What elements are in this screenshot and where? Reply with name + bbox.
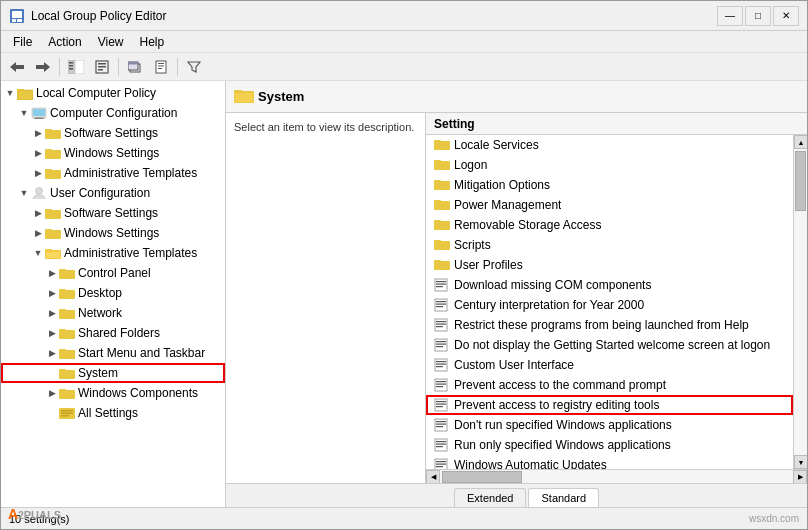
svg-rect-83 — [436, 284, 446, 285]
sw2-label: Software Settings — [64, 206, 158, 220]
toolbar-separator-1 — [59, 58, 60, 76]
svg-rect-94 — [436, 341, 446, 342]
svg-rect-14 — [98, 63, 106, 65]
settings-item-restrict-programs[interactable]: Restrict these programs from being launc… — [426, 315, 793, 335]
sys-label: System — [78, 366, 118, 380]
settings-item-run-only[interactable]: Run only specified Windows applications — [426, 435, 793, 455]
right-header-title: System — [258, 89, 304, 104]
settings-item-user-profiles[interactable]: User Profiles — [426, 255, 793, 275]
as-folder-icon — [59, 406, 75, 420]
settings-item-label: Power Management — [454, 198, 561, 212]
settings-item-dont-run[interactable]: Don't run specified Windows applications — [426, 415, 793, 435]
horizontal-scrollbar[interactable]: ◀ ▶ — [426, 469, 807, 483]
svg-rect-7 — [36, 65, 45, 69]
tree-windows-components[interactable]: ▶ Windows Components — [1, 383, 225, 403]
tree-root[interactable]: ▼ Local Computer Policy — [1, 83, 225, 103]
tree-desktop[interactable]: ▶ Desktop — [1, 283, 225, 303]
tree-admin-templates-2[interactable]: ▼ Administrative Templates — [1, 243, 225, 263]
new-taskpad-button[interactable] — [149, 56, 173, 78]
menu-file[interactable]: File — [5, 33, 40, 51]
settings-item-label: Run only specified Windows applications — [454, 438, 671, 452]
settings-item-mitigation-options[interactable]: Mitigation Options — [426, 175, 793, 195]
h-scrollbar-thumb[interactable] — [442, 471, 522, 483]
policy-icon — [434, 278, 450, 292]
svg-rect-90 — [436, 321, 446, 322]
title-bar: Local Group Policy Editor — □ ✕ — [1, 1, 807, 31]
vertical-scrollbar[interactable]: ▲ ▼ — [793, 135, 807, 469]
tree-windows-settings-1[interactable]: ▶ Windows Settings — [1, 143, 225, 163]
svg-rect-1 — [12, 11, 22, 18]
tree-windows-settings-2[interactable]: ▶ Windows Settings — [1, 223, 225, 243]
settings-item-century-year[interactable]: Century interpretation for Year 2000 — [426, 295, 793, 315]
svg-rect-74 — [434, 200, 441, 203]
settings-item-power-management[interactable]: Power Management — [426, 195, 793, 215]
settings-item-logon[interactable]: Logon — [426, 155, 793, 175]
settings-item-do-not-display[interactable]: Do not display the Getting Started welco… — [426, 335, 793, 355]
svg-rect-33 — [45, 129, 52, 132]
tree-control-panel[interactable]: ▶ Control Panel — [1, 263, 225, 283]
scroll-right-arrow[interactable]: ▶ — [793, 470, 807, 484]
sys-expand — [45, 366, 59, 380]
close-button[interactable]: ✕ — [773, 6, 799, 26]
svg-rect-55 — [59, 349, 66, 352]
menu-action[interactable]: Action — [40, 33, 89, 51]
tree-system[interactable]: System — [1, 363, 225, 383]
maximize-button[interactable]: □ — [745, 6, 771, 26]
menu-view[interactable]: View — [90, 33, 132, 51]
properties-button[interactable] — [90, 56, 114, 78]
svg-rect-87 — [436, 304, 446, 305]
settings-column-header: Setting — [426, 113, 807, 135]
svg-rect-57 — [59, 369, 66, 372]
tree-software-settings-2[interactable]: ▶ Software Settings — [1, 203, 225, 223]
svg-rect-85 — [435, 299, 447, 311]
tree-network[interactable]: ▶ Network — [1, 303, 225, 323]
tree-start-menu[interactable]: ▶ Start Menu and Taskbar — [1, 343, 225, 363]
tree-all-settings[interactable]: All Settings — [1, 403, 225, 423]
settings-item-prevent-registry[interactable]: Prevent access to registry editing tools — [426, 395, 793, 415]
sm-label: Start Menu and Taskbar — [78, 346, 205, 360]
tree-user-config[interactable]: ▼ User Configuration — [1, 183, 225, 203]
wc-label: Windows Components — [78, 386, 198, 400]
sm-folder-icon — [59, 346, 75, 360]
minimize-button[interactable]: — — [717, 6, 743, 26]
svg-rect-12 — [69, 68, 73, 70]
svg-rect-40 — [45, 209, 52, 212]
tab-standard[interactable]: Standard — [528, 488, 599, 507]
settings-item-custom-ui[interactable]: Custom User Interface — [426, 355, 793, 375]
settings-item-locale-services[interactable]: Locale Services — [426, 135, 793, 155]
forward-button[interactable] — [31, 56, 55, 78]
sw1-label: Software Settings — [64, 126, 158, 140]
new-window-button[interactable] — [123, 56, 147, 78]
svg-rect-118 — [436, 461, 446, 462]
sw2-expand: ▶ — [31, 206, 45, 220]
svg-rect-72 — [434, 180, 441, 183]
tree-admin-templates-1[interactable]: ▶ Administrative Templates — [1, 163, 225, 183]
settings-item-windows-auto-updates[interactable]: Windows Automatic Updates — [426, 455, 793, 469]
svg-rect-9 — [75, 60, 84, 74]
show-hide-tree-button[interactable] — [64, 56, 88, 78]
right-header: System — [226, 81, 807, 113]
root-folder-icon — [17, 86, 33, 100]
scrollbar-thumb[interactable] — [795, 151, 806, 211]
scroll-up-arrow[interactable]: ▲ — [794, 135, 807, 149]
svg-rect-62 — [61, 413, 73, 415]
settings-item-removable-storage[interactable]: Removable Storage Access — [426, 215, 793, 235]
settings-item-download-missing-com[interactable]: Download missing COM components — [426, 275, 793, 295]
scroll-down-arrow[interactable]: ▼ — [794, 455, 807, 469]
tree-computer-config[interactable]: ▼ Computer Configuration — [1, 103, 225, 123]
settings-item-prevent-cmd[interactable]: Prevent access to the command prompt — [426, 375, 793, 395]
scroll-left-arrow[interactable]: ◀ — [426, 470, 440, 484]
svg-rect-37 — [45, 169, 52, 172]
filter-button[interactable] — [182, 56, 206, 78]
tree-shared-folders[interactable]: ▶ Shared Folders — [1, 323, 225, 343]
tab-extended[interactable]: Extended — [454, 488, 526, 507]
as-expand — [45, 406, 59, 420]
network-label: Network — [78, 306, 122, 320]
menu-help[interactable]: Help — [132, 33, 173, 51]
back-button[interactable] — [5, 56, 29, 78]
settings-item-scripts[interactable]: Scripts — [426, 235, 793, 255]
ws1-label: Windows Settings — [64, 146, 159, 160]
tree-software-settings-1[interactable]: ▶ Software Settings — [1, 123, 225, 143]
svg-rect-98 — [436, 361, 446, 362]
sw2-folder-icon — [45, 206, 61, 220]
